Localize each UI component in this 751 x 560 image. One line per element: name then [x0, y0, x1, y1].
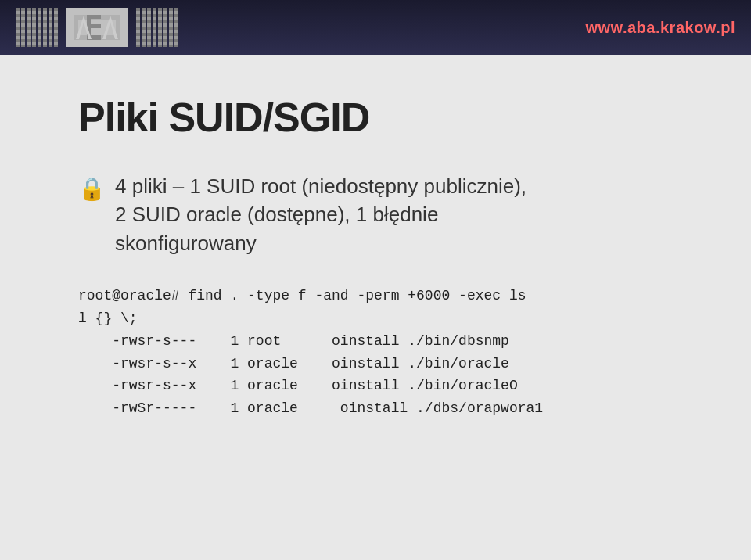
header: www.aba.krakow.pl [0, 0, 751, 55]
code-line-1: root@oracle# find . -type f -and -perm +… [78, 285, 704, 307]
aba-logo [66, 8, 128, 47]
code-block: root@oracle# find . -type f -and -perm +… [78, 285, 704, 420]
header-stripes-right [136, 8, 178, 47]
bullet-content: 4 pliki – 1 SUID root (niedostępny publi… [115, 172, 526, 257]
page-title: Pliki SUID/SGID [78, 94, 704, 141]
code-line-6: -rwSr----- 1 oracle oinstall ./dbs/orapw… [78, 397, 704, 420]
svg-rect-6 [87, 24, 101, 28]
code-line-5: -rwsr-s--x 1 oracle oinstall ./bin/oracl… [78, 375, 704, 397]
header-stripes-left [16, 8, 58, 47]
code-line-2: l {} \; [78, 307, 704, 330]
header-url: www.aba.krakow.pl [585, 19, 735, 37]
code-line-4: -rwsr-s--x 1 oracle oinstall ./bin/oracl… [78, 353, 704, 375]
main-content: Pliki SUID/SGID 🔒 4 pliki – 1 SUID root … [0, 55, 751, 560]
bullet-line-1: 4 pliki – 1 SUID root (niedostępny publi… [115, 172, 526, 200]
bullet-section: 🔒 4 pliki – 1 SUID root (niedostępny pub… [78, 172, 704, 257]
bullet-item: 🔒 4 pliki – 1 SUID root (niedostępny pub… [78, 172, 704, 257]
bullet-line-3: skonfigurowany [115, 229, 526, 257]
logo-svg [70, 11, 124, 44]
svg-rect-5 [87, 15, 101, 19]
bullet-line-2: 2 SUID oracle (dostępne), 1 błędnie [115, 200, 526, 228]
header-logo-area [16, 8, 178, 47]
code-line-3: -rwsr-s--- 1 root oinstall ./bin/dbsnmp [78, 330, 704, 353]
bullet-icon: 🔒 [78, 174, 106, 204]
